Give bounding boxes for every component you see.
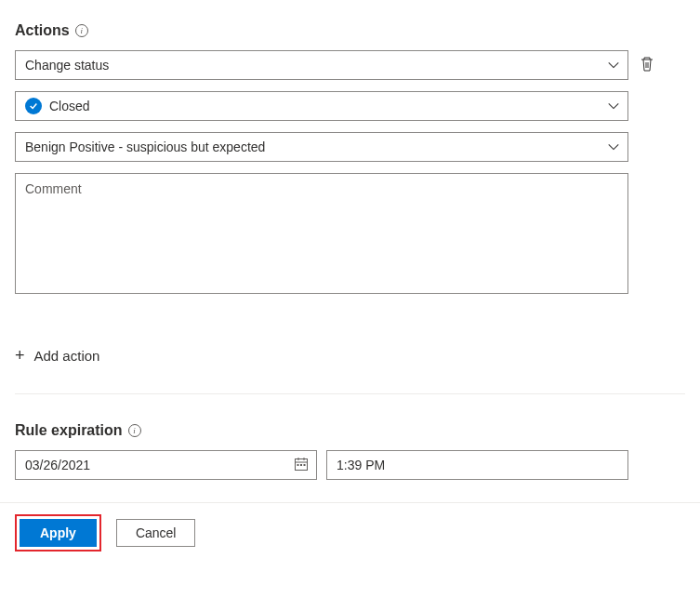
apply-button[interactable]: Apply [20,519,97,547]
svg-rect-6 [304,464,306,466]
change-status-dropdown[interactable]: Change status [15,50,628,80]
trash-icon [640,56,654,75]
actions-heading: Actions i [15,22,685,39]
add-action-label: Add action [34,348,100,364]
footer-actions: Apply Cancel [15,514,685,551]
calendar-icon [294,457,309,474]
add-action-button[interactable]: + Add action [15,343,99,367]
info-icon[interactable]: i [75,24,88,37]
rule-expiration-label: Rule expiration [15,422,123,439]
rule-expiration-heading: Rule expiration i [15,422,685,439]
classification-dropdown[interactable]: Benign Positive - suspicious but expecte… [15,132,628,162]
section-divider [15,393,685,394]
status-dropdown[interactable]: Closed [15,91,628,121]
delete-action-button[interactable] [638,56,656,74]
cancel-button[interactable]: Cancel [116,519,196,547]
svg-rect-5 [300,464,302,466]
check-icon [25,98,42,114]
actions-label: Actions [15,22,70,39]
expiration-date-value: 03/26/2021 [25,458,90,472]
status-value: Closed [49,99,90,113]
expiration-date-input[interactable]: 03/26/2021 [15,450,317,480]
comment-textarea[interactable] [15,173,628,294]
chevron-down-icon [607,100,620,113]
info-icon[interactable]: i [128,424,141,437]
chevron-down-icon [607,140,620,153]
chevron-down-icon [607,59,620,72]
apply-highlight: Apply [15,514,101,551]
footer-divider [0,502,700,503]
svg-rect-4 [297,464,299,466]
change-status-value: Change status [25,58,109,73]
classification-value: Benign Positive - suspicious but expecte… [25,140,265,154]
expiration-time-value: 1:39 PM [337,458,385,472]
plus-icon: + [15,347,25,364]
expiration-time-input[interactable]: 1:39 PM [326,450,628,480]
